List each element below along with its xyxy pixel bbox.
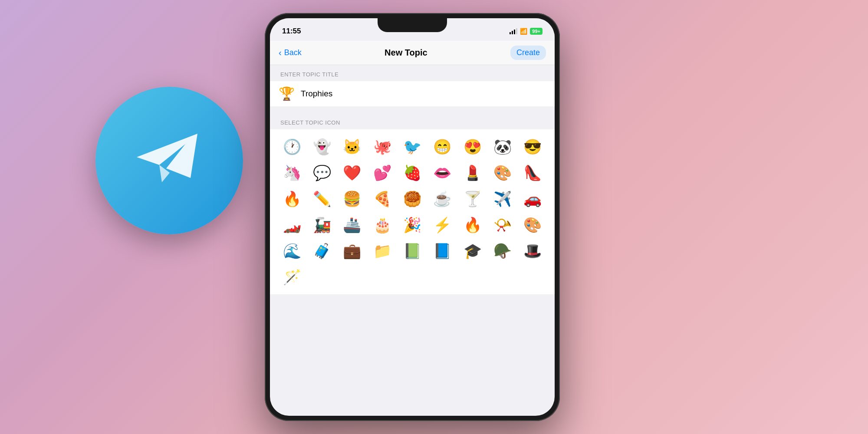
emoji-ghost[interactable]: 👻 (307, 134, 337, 160)
emoji-hearts[interactable]: 💕 (367, 160, 397, 186)
emoji-pencil[interactable]: ✏️ (307, 186, 337, 212)
emoji-panda[interactable]: 🐼 (487, 134, 517, 160)
emoji-party[interactable]: 🎉 (397, 212, 427, 238)
emoji-lipstick[interactable]: 💄 (457, 160, 487, 186)
emoji-strawberry[interactable]: 🍓 (397, 160, 427, 186)
emoji-heart-eyes[interactable]: 😍 (457, 134, 487, 160)
content-area: ENTER TOPIC TITLE 🏆 SELECT TOPIC ICON 🕐 … (270, 65, 555, 416)
emoji-fire[interactable]: 🔥 (457, 212, 487, 238)
emoji-magic[interactable]: 🪄 (277, 264, 307, 290)
emoji-mooncake[interactable]: 🥮 (397, 186, 427, 212)
telegram-logo (95, 87, 243, 234)
emoji-lightning[interactable]: ⚡ (427, 212, 457, 238)
emoji-cat[interactable]: 🐱 (337, 134, 367, 160)
emoji-bird[interactable]: 🐦 (397, 134, 427, 160)
battery-badge: 99+ (530, 28, 542, 35)
topic-input-container: 🏆 (270, 81, 555, 106)
emoji-train[interactable]: 🚂 (307, 212, 337, 238)
emoji-folder[interactable]: 📁 (367, 238, 397, 264)
phone-screen: 11:55 📶 99+ ‹ Back New Topic (270, 18, 555, 416)
emoji-horn[interactable]: 📯 (487, 212, 517, 238)
phone-mockup: 11:55 📶 99+ ‹ Back New Topic (265, 13, 560, 421)
icons-section: SELECT TOPIC ICON 🕐 👻 🐱 🐙 🐦 😁 😍 🐼 😎 🦄 💬 (270, 113, 555, 294)
status-icons: 📶 99+ (510, 28, 542, 35)
emoji-grid: 🕐 👻 🐱 🐙 🐦 😁 😍 🐼 😎 🦄 💬 ❤️ 💕 🍓 👄 (270, 129, 555, 294)
emoji-plane[interactable]: ✈️ (487, 186, 517, 212)
emoji-graduation[interactable]: 🎓 (457, 238, 487, 264)
emoji-octopus[interactable]: 🐙 (367, 134, 397, 160)
emoji-helmet[interactable]: 🪖 (487, 238, 517, 264)
emoji-grin[interactable]: 😁 (427, 134, 457, 160)
emoji-briefcase[interactable]: 💼 (337, 238, 367, 264)
emoji-green-book[interactable]: 📗 (397, 238, 427, 264)
status-time: 11:55 (282, 27, 301, 36)
emoji-coffee[interactable]: ☕ (427, 186, 457, 212)
emoji-art[interactable]: 🎨 (487, 160, 517, 186)
create-button[interactable]: Create (510, 46, 546, 60)
signal-bar-2 (512, 31, 513, 34)
icon-section-label: SELECT TOPIC ICON (270, 113, 555, 129)
signal-bar-3 (514, 30, 515, 34)
wifi-icon: 📶 (520, 28, 527, 35)
emoji-blue-book[interactable]: 📘 (427, 238, 457, 264)
emoji-lips[interactable]: 👄 (427, 160, 457, 186)
topic-title-input[interactable] (301, 89, 546, 99)
emoji-unicorn[interactable]: 🦄 (277, 160, 307, 186)
emoji-suitcase[interactable]: 🧳 (307, 238, 337, 264)
back-button[interactable]: ‹ Back (279, 48, 302, 58)
emoji-burger[interactable]: 🍔 (337, 186, 367, 212)
signal-icon (510, 28, 517, 34)
emoji-fire2[interactable]: 🔥 (277, 186, 307, 212)
signal-bar-1 (510, 32, 511, 34)
signal-bar-4 (516, 28, 517, 34)
chevron-icon: ‹ (279, 48, 282, 58)
emoji-speech-bubble[interactable]: 💬 (307, 160, 337, 186)
emoji-palette[interactable]: 🎨 (518, 212, 548, 238)
topic-title-label: ENTER TOPIC TITLE (270, 65, 555, 81)
emoji-sunglasses[interactable]: 😎 (518, 134, 548, 160)
emoji-heart[interactable]: ❤️ (337, 160, 367, 186)
emoji-heel[interactable]: 👠 (518, 160, 548, 186)
emoji-cocktail[interactable]: 🍸 (457, 186, 487, 212)
emoji-cake[interactable]: 🎂 (367, 212, 397, 238)
topic-emoji[interactable]: 🏆 (279, 87, 295, 100)
nav-title: New Topic (385, 48, 427, 58)
back-label: Back (284, 48, 302, 57)
emoji-wave[interactable]: 🌊 (277, 238, 307, 264)
emoji-clock[interactable]: 🕐 (277, 134, 307, 160)
emoji-tophat[interactable]: 🎩 (518, 238, 548, 264)
emoji-ship[interactable]: 🚢 (337, 212, 367, 238)
emoji-pizza[interactable]: 🍕 (367, 186, 397, 212)
emoji-car[interactable]: 🚗 (518, 186, 548, 212)
nav-bar: ‹ Back New Topic Create (270, 41, 555, 65)
emoji-sports-car[interactable]: 🏎️ (277, 212, 307, 238)
notch (378, 18, 447, 32)
